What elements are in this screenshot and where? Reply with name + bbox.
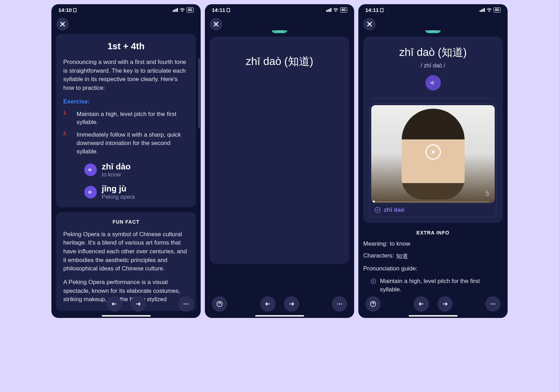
status-time: 14:10 [58,7,72,13]
close-icon [60,21,65,27]
svg-rect-0 [73,8,76,12]
close-icon [213,21,219,27]
video-preview[interactable] [371,105,495,203]
scroll-indicator[interactable] [199,58,200,128]
arrow-left-icon [265,301,271,307]
close-icon [367,21,372,27]
cellular-icon [326,8,331,12]
status-bar: 14:10 80 [51,4,201,14]
nav-next-button[interactable] [130,296,146,312]
flashcard[interactable]: zhī daò (知道) [210,37,349,264]
wifi-icon [180,8,185,12]
new-badge: New [425,30,441,33]
phone-screen-3: 14:11 80 New zhī daò (知道) / zhī daò / [358,4,508,318]
dots-icon [183,301,189,307]
svg-point-8 [341,304,342,305]
nav-prev-button[interactable] [414,296,429,312]
close-button[interactable] [363,18,376,30]
fun-fact-text: Peking Opera is a symbol of Chinese cult… [63,230,189,273]
exercise-label: Exercise: [63,98,189,105]
wifi-icon [487,8,492,12]
video-caption[interactable]: zhī daò [371,203,495,216]
svg-point-13 [490,304,492,305]
status-bar: 14:11 80 [205,4,354,14]
word-meaning: to know [102,171,131,178]
phone-screen-1: 14:10 80 1st + 4th Pronouncing a word wi… [51,4,201,318]
dots-icon [490,301,496,307]
extra-info-label: EXTRA INFO [363,230,503,235]
bottom-nav [205,296,354,312]
battery-indicator: 80 [494,7,501,13]
home-indicator[interactable] [102,315,151,317]
guide-item: Maintain a high, level pitch for the fir… [363,277,503,294]
play-audio-button[interactable] [425,75,441,90]
arrow-right-icon [288,301,295,307]
bottom-nav [358,296,508,312]
phone-screen-2: 14:11 80 New zhī daò (知道) [205,4,354,318]
nav-next-button[interactable] [437,296,453,312]
status-bar: 14:11 80 [358,4,508,14]
word-meaning: Peking opera [102,194,135,200]
status-time: 14:11 [212,7,225,13]
rect-icon [73,8,77,12]
arrow-right-icon [135,301,141,307]
wifi-icon [333,8,338,12]
nav-more-button[interactable] [485,296,501,312]
characters-row: Characters: 知道 [363,252,503,260]
video-progress[interactable] [373,202,489,202]
cellular-icon [173,8,178,12]
replay-icon[interactable] [484,190,490,198]
progress-handle[interactable] [373,201,375,203]
play-audio-button[interactable] [84,186,97,198]
fun-fact-label: FUN FACT [63,219,189,225]
nav-more-button[interactable] [178,296,194,312]
lesson-intro: Pronouncing a word with a first and four… [63,58,189,93]
play-circle-icon[interactable] [370,278,377,284]
cellular-icon [480,8,485,12]
nav-more-button[interactable] [332,296,347,312]
exercise-steps: Maintain a high, level pitch for the fir… [63,110,189,156]
close-button[interactable] [210,18,222,30]
play-audio-button[interactable] [84,164,97,176]
video-card: zhī daò [370,103,496,217]
nav-prev-button[interactable] [107,296,122,312]
svg-point-7 [339,304,340,305]
arrow-left-icon [111,301,117,307]
guide-label-row: Pronunciation guide: [363,265,503,272]
svg-rect-9 [380,8,383,12]
svg-point-2 [186,304,187,305]
new-badge: New [272,30,287,33]
nav-help-button[interactable] [365,296,381,312]
nav-prev-button[interactable] [260,296,275,312]
svg-point-15 [494,304,495,305]
step-item: Immediately follow it with a sharp, quic… [63,131,189,155]
status-time: 14:11 [365,7,379,13]
detail-title: zhī daò (知道) [370,45,496,60]
step-item: Maintain a high, level pitch for the fir… [63,110,189,127]
arrow-right-icon [442,301,448,307]
speaker-icon [430,79,437,86]
close-button[interactable] [56,18,69,30]
nav-help-button[interactable] [212,296,227,312]
svg-point-1 [184,304,185,305]
play-circle-icon [374,206,381,213]
battery-indicator: 80 [187,7,194,13]
svg-point-14 [493,304,494,305]
detail-card: zhī daò (知道) / zhī daò / [363,37,503,223]
home-indicator[interactable] [409,315,458,317]
word-item: jīng jù Peking opera [63,184,189,200]
nav-next-button[interactable] [284,296,299,312]
play-icon [431,149,436,155]
extra-info: EXTRA INFO Meaning: to know Characters: … [363,230,503,294]
dots-icon [336,301,343,307]
speaker-icon [87,189,94,195]
play-video-button[interactable] [425,144,441,160]
battery-indicator: 80 [340,7,347,13]
home-indicator[interactable] [255,315,304,317]
meaning-row: Meaning: to know [363,240,503,247]
word-pinyin: jīng jù [102,184,135,193]
rect-icon [380,8,384,12]
speaker-icon [87,167,94,173]
word-item: zhī dào to know [63,162,189,178]
rect-icon [227,8,230,12]
